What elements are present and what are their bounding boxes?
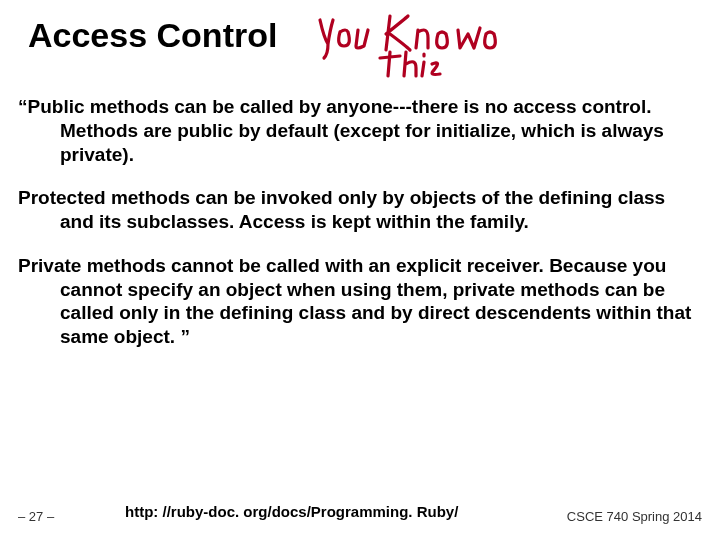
slide-footer: – 27 – http: //ruby-doc. org/docs/Progra… xyxy=(0,494,720,524)
slide-body: “Public methods can be called by anyone-… xyxy=(18,95,702,369)
slide: Access Control “Public met xyxy=(0,0,720,540)
paragraph-private: Private methods cannot be called with an… xyxy=(18,254,702,349)
course-label: CSCE 740 Spring 2014 xyxy=(567,509,702,524)
slide-title: Access Control xyxy=(28,16,277,55)
page-number: – 27 – xyxy=(18,509,54,524)
handwritten-annotation xyxy=(310,10,530,80)
paragraph-public: “Public methods can be called by anyone-… xyxy=(18,95,702,166)
reference-link: http: //ruby-doc. org/docs/Programming. … xyxy=(125,503,458,520)
paragraph-protected: Protected methods can be invoked only by… xyxy=(18,186,702,234)
